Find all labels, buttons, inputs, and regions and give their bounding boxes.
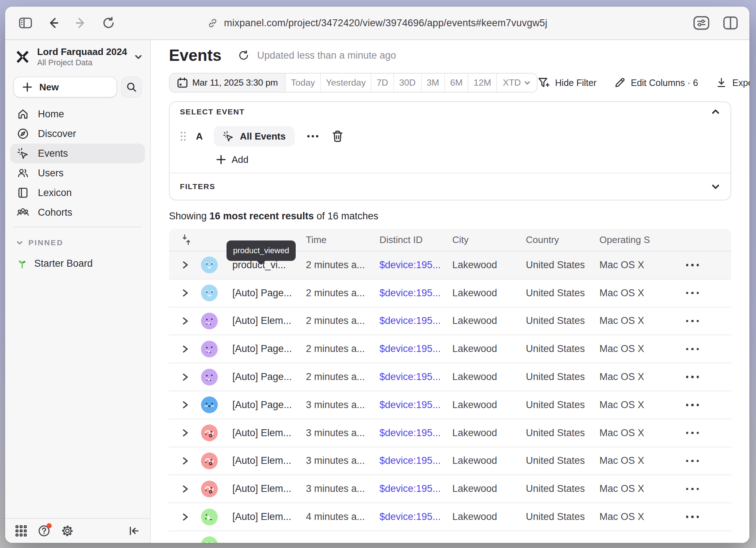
event-selector-chip[interactable]: All Events — [214, 126, 295, 146]
row-actions-icon[interactable] — [673, 264, 731, 266]
table-row[interactable]: [Auto] Page...2 minutes a...$device:195.… — [169, 363, 731, 391]
search-button[interactable] — [122, 77, 141, 97]
address-bar[interactable]: mixpanel.com/project/3472420/view/397469… — [207, 17, 547, 29]
date-preset-30d[interactable]: 30D — [394, 74, 422, 92]
cell-event-name: [Auto] Elem... — [221, 315, 294, 326]
plus-icon — [216, 155, 226, 164]
date-custom-xtd[interactable]: XTD — [497, 74, 537, 92]
cell-os: Mac OS X — [588, 259, 661, 271]
date-preset-7d[interactable]: 7D — [371, 74, 394, 92]
expand-row-icon[interactable] — [182, 400, 189, 409]
sidebar-item-home[interactable]: Home — [10, 104, 145, 124]
expand-row-icon[interactable] — [182, 428, 189, 437]
sidebar-item-discover[interactable]: Discover — [10, 124, 145, 144]
edit-columns-button[interactable]: Edit Columns · 6 — [614, 77, 698, 89]
pinned-section-header[interactable]: PINNED — [5, 232, 150, 247]
date-current[interactable]: Mar 11, 2025 3:30 pm — [170, 74, 286, 92]
cell-os: Mac OS X — [588, 315, 661, 326]
tooltip: product_viewed — [227, 240, 296, 261]
expand-row-icon[interactable] — [182, 513, 189, 521]
collapse-sidebar-icon[interactable] — [128, 525, 140, 537]
sidebar-item-lexicon[interactable]: Lexicon — [10, 183, 145, 203]
download-icon — [716, 77, 727, 89]
cell-city: Lakewood — [441, 343, 514, 355]
table-row[interactable]: [Auto] Elem...2 minutes a...$device:195.… — [169, 307, 731, 335]
table-row[interactable]: [Auto] Elem...4 minutes a...$device:195.… — [169, 502, 731, 531]
sidebar-toggle-icon[interactable] — [15, 13, 36, 33]
table-row[interactable]: [Auto] Elem...3 minutes a...$device:195.… — [169, 419, 731, 447]
event-avatar — [201, 424, 218, 441]
pinned-item-starter-board[interactable]: Starter Board — [5, 247, 150, 269]
expand-row-icon[interactable] — [182, 261, 189, 269]
more-options-icon[interactable] — [307, 135, 319, 138]
sidebar-item-cohorts[interactable]: Cohorts — [10, 203, 145, 222]
row-actions-icon[interactable] — [673, 460, 731, 462]
cell-country: United States — [514, 315, 588, 326]
page-settings-icon[interactable] — [691, 13, 712, 33]
cell-distinct-id: $device:195... — [368, 455, 441, 466]
table-row[interactable]: [Auto] Elem...3 minutes a...$device:195.… — [169, 447, 731, 475]
expand-row-icon[interactable] — [182, 485, 189, 493]
expand-row-icon[interactable] — [182, 345, 189, 353]
events-icon — [17, 147, 29, 160]
column-header-time[interactable]: Time — [294, 234, 368, 246]
expand-row-icon[interactable] — [182, 289, 189, 297]
row-actions-icon[interactable] — [673, 292, 731, 294]
export-button[interactable]: Export — [716, 77, 749, 89]
expand-row-icon[interactable] — [182, 317, 189, 325]
sidebar-item-users[interactable]: Users — [10, 163, 145, 183]
split-view-icon[interactable] — [720, 13, 741, 33]
cell-city: Lakewood — [441, 511, 514, 522]
table-row[interactable]: [Auto] Page...3 minutes a...$device:195.… — [169, 391, 731, 419]
hide-filter-button[interactable]: Hide Filter — [538, 77, 596, 89]
workspace-switcher[interactable]: Lord Farquaad 2024 All Project Data — [5, 40, 150, 68]
add-event-button[interactable]: Add — [216, 153, 260, 166]
drag-handle[interactable] — [180, 130, 186, 142]
expand-row-icon[interactable] — [182, 373, 189, 381]
expand-section-icon[interactable] — [711, 182, 720, 191]
row-actions-icon[interactable] — [673, 348, 731, 350]
column-header-city[interactable]: City — [441, 234, 514, 246]
apps-grid-icon[interactable] — [15, 525, 27, 537]
help-button[interactable] — [38, 525, 50, 537]
cell-city: Lakewood — [441, 427, 514, 439]
sidebar-item-events[interactable]: Events — [10, 144, 145, 163]
cell-event-name: [Auto] Page... — [221, 371, 294, 383]
table-row[interactable]: [Auto] Elem...3 minutes a...$device:195.… — [169, 474, 731, 502]
date-preset-6m[interactable]: 6M — [445, 74, 468, 92]
row-actions-icon[interactable] — [673, 404, 731, 406]
delete-icon[interactable] — [332, 130, 343, 142]
link-icon — [207, 17, 218, 28]
row-actions-icon[interactable] — [673, 376, 731, 378]
date-preset-today[interactable]: Today — [286, 74, 321, 92]
date-preset-3m[interactable]: 3M — [422, 74, 445, 92]
cell-city: Lakewood — [441, 455, 514, 466]
table-row[interactable]: [Auto] Page...2 minutes a...$device:195.… — [169, 334, 731, 363]
collapse-section-icon[interactable] — [711, 107, 720, 117]
refresh-icon[interactable] — [237, 49, 250, 62]
new-button[interactable]: New — [14, 77, 117, 97]
date-preset-12m[interactable]: 12M — [468, 74, 497, 92]
row-actions-icon[interactable] — [673, 320, 731, 322]
sort-column-header[interactable] — [169, 234, 198, 245]
date-preset-yesterday[interactable]: Yesterday — [321, 74, 371, 92]
filter-icon — [538, 77, 550, 89]
column-header-country[interactable]: Country — [514, 234, 588, 246]
back-button[interactable] — [43, 13, 63, 33]
cell-country: United States — [514, 343, 588, 355]
table-row[interactable] — [169, 531, 731, 543]
column-header-distinct-id[interactable]: Distinct ID — [368, 234, 441, 246]
row-actions-icon[interactable] — [673, 516, 731, 518]
reload-button[interactable] — [98, 13, 119, 33]
expand-row-icon[interactable] — [182, 457, 189, 465]
column-header-os[interactable]: Operating S — [588, 234, 661, 246]
forward-button[interactable] — [71, 13, 91, 33]
event-avatar — [201, 509, 218, 525]
settings-gear-icon[interactable] — [61, 525, 74, 537]
row-actions-icon[interactable] — [673, 488, 731, 490]
cell-event-name: [Auto] Page... — [221, 287, 294, 299]
browser-toolbar: mixpanel.com/project/3472420/view/397469… — [5, 7, 749, 40]
row-actions-icon[interactable] — [673, 432, 731, 434]
cell-distinct-id: $device:195... — [368, 259, 441, 271]
table-row[interactable]: [Auto] Page...2 minutes a...$device:195.… — [169, 279, 731, 307]
